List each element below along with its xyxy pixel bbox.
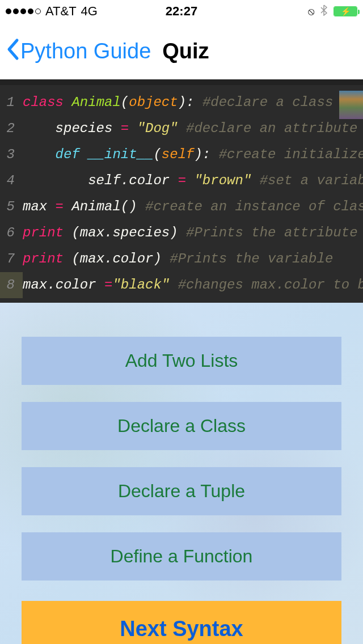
line-number: 3	[0, 142, 23, 168]
status-right: ⦸ ⚡	[240, 5, 357, 19]
line-number: 5	[0, 194, 23, 220]
line-number: 8	[0, 272, 23, 298]
clock-label: 22:27	[123, 4, 240, 19]
page-title: Quiz	[162, 39, 209, 63]
code-line: 6print (max.species) #Prints the attribu…	[0, 220, 363, 246]
answer-option-3[interactable]: Define a Function	[22, 532, 341, 581]
code-line: 7print (max.color) #Prints the variable	[0, 246, 363, 272]
status-bar: AT&T 4G 22:27 ⦸ ⚡	[0, 0, 363, 23]
line-number: 2	[0, 116, 23, 142]
line-number: 6	[0, 220, 23, 246]
navigation-bar: Python Guide Quiz	[0, 23, 363, 79]
code-content: max.color ="black" #changes max.color to…	[23, 272, 363, 298]
line-number: 7	[0, 246, 23, 272]
code-line: 2 species = "Dog" #declare an attribute	[0, 116, 363, 142]
code-line: 3 def __init__(self): #create initialize…	[0, 142, 363, 168]
status-left: AT&T 4G	[6, 4, 123, 19]
code-content: max = Animal() #create an instance of cl…	[23, 194, 363, 220]
code-content: species = "Dog" #declare an attribute	[23, 116, 363, 142]
back-chevron-icon[interactable]	[6, 36, 19, 67]
answer-option-0[interactable]: Add Two Lists	[22, 337, 341, 385]
answer-option-1[interactable]: Declare a Class	[22, 402, 341, 450]
line-number: 4	[0, 168, 23, 194]
line-number: 1	[0, 90, 23, 116]
answer-option-2[interactable]: Declare a Tuple	[22, 467, 341, 515]
code-line: 4 self.color = "brown" #set a variable	[0, 168, 363, 194]
code-content: def __init__(self): #create initializer	[23, 142, 363, 168]
bluetooth-icon	[320, 5, 328, 19]
code-snippet: 1class Animal(object): #declare a class2…	[0, 79, 363, 303]
minimap-icon	[339, 91, 363, 119]
code-line: 5max = Animal() #create an instance of c…	[0, 194, 363, 220]
code-content: class Animal(object): #declare a class	[23, 90, 363, 116]
quiz-area: Add Two ListsDeclare a ClassDeclare a Tu…	[0, 303, 363, 644]
signal-strength-icon	[6, 9, 41, 14]
back-button[interactable]: Python Guide	[20, 39, 151, 63]
next-syntax-button[interactable]: Next Syntax	[22, 601, 341, 644]
code-content: self.color = "brown" #set a variable	[23, 168, 363, 194]
code-content: print (max.species) #Prints the attribut…	[23, 220, 363, 246]
network-label: 4G	[81, 4, 98, 19]
code-content: print (max.color) #Prints the variable	[23, 246, 363, 272]
code-line: 1class Animal(object): #declare a class	[0, 90, 363, 116]
orientation-lock-icon: ⦸	[308, 6, 314, 18]
carrier-label: AT&T	[45, 4, 77, 19]
code-line: 8max.color ="black" #changes max.color t…	[0, 272, 363, 298]
battery-icon: ⚡	[334, 6, 357, 16]
